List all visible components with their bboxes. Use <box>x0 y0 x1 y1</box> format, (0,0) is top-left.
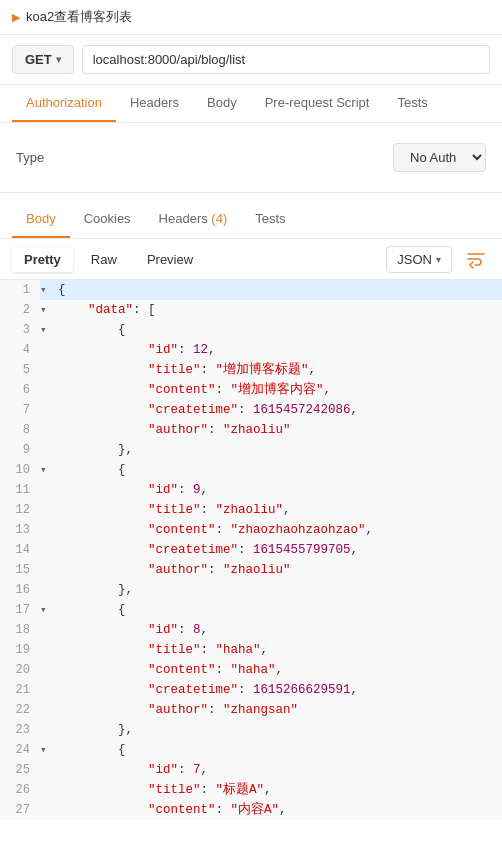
line-content: "title": "zhaoliu", <box>54 500 291 520</box>
request-tabs: Authorization Headers Body Pre-request S… <box>0 85 502 123</box>
line-toggle-icon[interactable]: ▾ <box>40 600 54 620</box>
line-number: 20 <box>0 660 40 680</box>
tab-body-request[interactable]: Body <box>193 85 251 122</box>
line-number: 21 <box>0 680 40 700</box>
headers-badge: (4) <box>211 211 227 226</box>
line-content: "title": "标题A", <box>54 780 272 800</box>
line-content: "createtime": 1615455799705, <box>54 540 358 560</box>
code-line: 2▾ "data": [ <box>0 300 502 320</box>
code-line: 19 "title": "haha", <box>0 640 502 660</box>
code-line: 17▾ { <box>0 600 502 620</box>
format-chevron-icon: ▾ <box>436 254 441 265</box>
method-chevron-icon: ▾ <box>56 54 61 65</box>
tab-headers[interactable]: Headers <box>116 85 193 122</box>
line-number: 25 <box>0 760 40 780</box>
auth-type-label: Type <box>16 150 44 165</box>
line-content: "createtime": 1615457242086, <box>54 400 358 420</box>
line-content: "author": "zhaoliu" <box>54 560 291 580</box>
line-content: { <box>54 460 126 480</box>
tab-cookies[interactable]: Cookies <box>70 201 145 238</box>
code-line: 25 "id": 7, <box>0 760 502 780</box>
tab-body-response[interactable]: Body <box>12 201 70 238</box>
line-content: }, <box>54 580 133 600</box>
tab-pre-request[interactable]: Pre-request Script <box>251 85 384 122</box>
auth-type-select[interactable]: No Auth <box>393 143 486 172</box>
line-content: }, <box>54 440 133 460</box>
code-line: 12 "title": "zhaoliu", <box>0 500 502 520</box>
request-bar: GET ▾ <box>0 35 502 85</box>
line-number: 22 <box>0 700 40 720</box>
line-number: 15 <box>0 560 40 580</box>
line-number: 19 <box>0 640 40 660</box>
line-content: "id": 8, <box>54 620 208 640</box>
line-content: "author": "zhaoliu" <box>54 420 291 440</box>
code-line: 10▾ { <box>0 460 502 480</box>
preview-button[interactable]: Preview <box>135 247 205 272</box>
pretty-button[interactable]: Pretty <box>12 247 73 272</box>
code-line: 15 "author": "zhaoliu" <box>0 560 502 580</box>
line-number: 24 <box>0 740 40 760</box>
raw-button[interactable]: Raw <box>79 247 129 272</box>
code-line: 5 "title": "增加博客标题", <box>0 360 502 380</box>
tab-tests-response[interactable]: Tests <box>241 201 299 238</box>
code-line: 3▾ { <box>0 320 502 340</box>
auth-section: Type No Auth <box>0 123 502 193</box>
line-number: 2 <box>0 300 40 320</box>
method-button[interactable]: GET ▾ <box>12 45 74 74</box>
code-line: 14 "createtime": 1615455799705, <box>0 540 502 560</box>
code-line: 1▾{ <box>0 280 502 300</box>
line-content: "content": "haha", <box>54 660 283 680</box>
line-number: 10 <box>0 460 40 480</box>
line-content: "content": "内容A", <box>54 800 287 820</box>
line-content: "content": "zhaozhaohzaohzao", <box>54 520 373 540</box>
line-number: 23 <box>0 720 40 740</box>
line-number: 27 <box>0 800 40 820</box>
line-toggle-icon[interactable]: ▾ <box>40 300 54 320</box>
response-tabs: Body Cookies Headers (4) Tests <box>0 201 502 239</box>
line-number: 26 <box>0 780 40 800</box>
line-toggle-icon[interactable]: ▾ <box>40 320 54 340</box>
line-number: 6 <box>0 380 40 400</box>
line-toggle-icon[interactable]: ▾ <box>40 460 54 480</box>
tab-tests-request[interactable]: Tests <box>383 85 441 122</box>
code-line: 4 "id": 12, <box>0 340 502 360</box>
line-number: 9 <box>0 440 40 460</box>
line-content: "content": "增加博客内容", <box>54 380 331 400</box>
code-line: 20 "content": "haha", <box>0 660 502 680</box>
method-label: GET <box>25 52 52 67</box>
line-number: 5 <box>0 360 40 380</box>
code-line: 11 "id": 9, <box>0 480 502 500</box>
collapse-arrow-icon[interactable]: ▶ <box>12 11 20 24</box>
line-content: "id": 12, <box>54 340 216 360</box>
tab-headers-response[interactable]: Headers (4) <box>145 201 242 238</box>
line-number: 12 <box>0 500 40 520</box>
code-line: 8 "author": "zhaoliu" <box>0 420 502 440</box>
code-line: 23 }, <box>0 720 502 740</box>
code-line: 16 }, <box>0 580 502 600</box>
code-line: 9 }, <box>0 440 502 460</box>
line-number: 1 <box>0 280 40 300</box>
code-line: 6 "content": "增加博客内容", <box>0 380 502 400</box>
line-number: 4 <box>0 340 40 360</box>
line-toggle-icon[interactable]: ▾ <box>40 280 54 300</box>
breadcrumb-label: koa2查看博客列表 <box>26 8 132 26</box>
code-line: 27 "content": "内容A", <box>0 800 502 820</box>
line-content: "id": 9, <box>54 480 208 500</box>
line-number: 13 <box>0 520 40 540</box>
code-line: 24▾ { <box>0 740 502 760</box>
format-label: JSON <box>397 252 432 267</box>
code-line: 18 "id": 8, <box>0 620 502 640</box>
wrap-icon[interactable] <box>462 245 490 273</box>
url-input[interactable] <box>82 45 490 74</box>
tab-authorization[interactable]: Authorization <box>12 85 116 122</box>
line-content: "data": [ <box>54 300 156 320</box>
code-area: 1▾{2▾ "data": [3▾ {4 "id": 12,5 "title":… <box>0 280 502 820</box>
line-content: { <box>54 600 126 620</box>
code-line: 7 "createtime": 1615457242086, <box>0 400 502 420</box>
line-content: "createtime": 1615266629591, <box>54 680 358 700</box>
line-toggle-icon[interactable]: ▾ <box>40 740 54 760</box>
format-select[interactable]: JSON ▾ <box>386 246 452 273</box>
code-line: 13 "content": "zhaozhaohzaohzao", <box>0 520 502 540</box>
code-line: 26 "title": "标题A", <box>0 780 502 800</box>
line-number: 18 <box>0 620 40 640</box>
